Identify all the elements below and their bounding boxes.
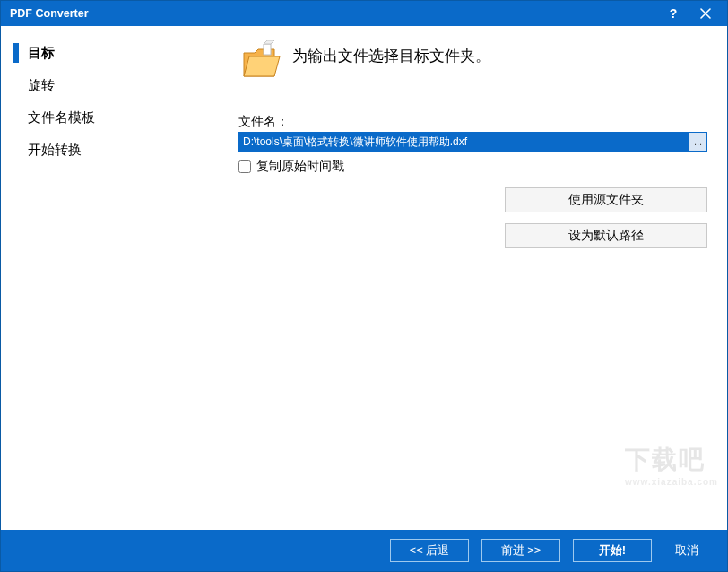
filename-block: 文件名： D:\tools\桌面\格式转换\微讲师软件使用帮助.dxf ... … (238, 114, 707, 175)
sidebar-item-start-convert[interactable]: 开始转换 (1, 134, 230, 166)
copy-timestamp-label: 复制原始时间戳 (256, 159, 344, 175)
window-title: PDF Converter (10, 7, 657, 20)
page-heading: 为输出文件选择目标文件夹。 (292, 46, 490, 66)
back-button[interactable]: << 后退 (390, 539, 469, 562)
next-button[interactable]: 前进 >> (481, 539, 560, 562)
close-button[interactable] (689, 1, 722, 26)
watermark: 下载吧 www.xiazaiba.com (625, 443, 718, 487)
sidebar-item-rotate[interactable]: 旋转 (1, 69, 230, 101)
sidebar-item-target[interactable]: 目标 (1, 37, 230, 69)
footer: << 后退 前进 >> 开始! 取消 (1, 530, 727, 571)
filename-label: 文件名： (238, 114, 707, 130)
copy-timestamp-row[interactable]: 复制原始时间戳 (238, 159, 707, 175)
start-button[interactable]: 开始! (573, 539, 652, 562)
set-default-path-button[interactable]: 设为默认路径 (505, 223, 707, 248)
sidebar-item-label: 目标 (28, 45, 55, 62)
sidebar-item-filename-template[interactable]: 文件名模板 (1, 101, 230, 134)
filename-input[interactable]: D:\tools\桌面\格式转换\微讲师软件使用帮助.dxf (239, 133, 689, 151)
help-button[interactable]: ? (657, 1, 689, 26)
use-source-folder-button[interactable]: 使用源文件夹 (505, 187, 707, 212)
sidebar: 目标 旋转 文件名模板 开始转换 (1, 26, 230, 530)
watermark-sub: www.xiazaiba.com (625, 477, 718, 487)
client-area: 目标 旋转 文件名模板 开始转换 (1, 26, 727, 530)
sidebar-item-label: 文件名模板 (28, 109, 95, 126)
sidebar-item-label: 开始转换 (28, 142, 82, 159)
close-icon (700, 8, 711, 19)
sidebar-item-label: 旋转 (28, 77, 55, 94)
folder-buttons: 使用源文件夹 设为默认路径 (505, 187, 707, 248)
window: PDF Converter ? 目标 旋转 文件名模板 开始转换 (0, 0, 728, 572)
titlebar: PDF Converter ? (1, 1, 727, 26)
copy-timestamp-checkbox[interactable] (238, 160, 251, 173)
folder-icon (238, 40, 282, 83)
filename-row: D:\tools\桌面\格式转换\微讲师软件使用帮助.dxf ... (238, 132, 707, 152)
browse-button[interactable]: ... (689, 133, 706, 151)
help-icon: ? (670, 6, 678, 21)
heading-row: 为输出文件选择目标文件夹。 (238, 40, 707, 83)
watermark-main: 下载吧 (625, 446, 706, 473)
cancel-button[interactable]: 取消 (664, 539, 709, 562)
content-panel: 为输出文件选择目标文件夹。 文件名： D:\tools\桌面\格式转换\微讲师软… (230, 26, 727, 530)
